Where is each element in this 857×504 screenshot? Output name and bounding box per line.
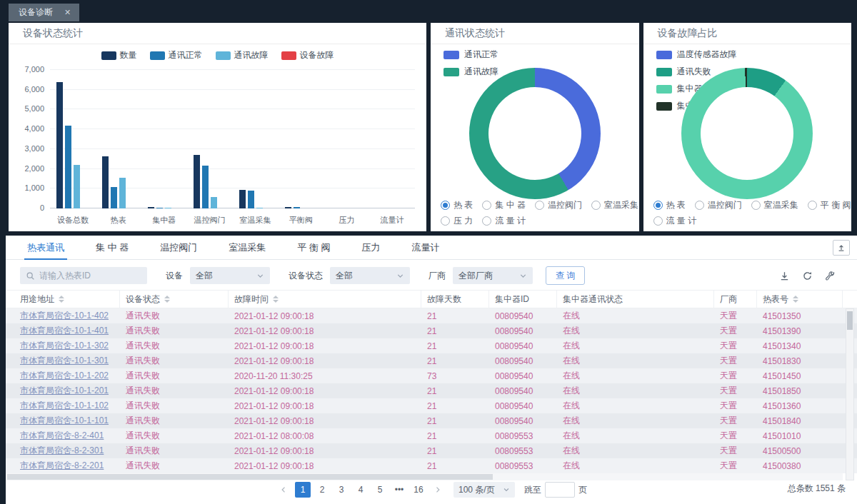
bar bbox=[148, 207, 154, 208]
bottom-tab[interactable]: 压力 bbox=[346, 236, 396, 259]
address-link[interactable]: 市体育局宿舍-8-2-301 bbox=[20, 445, 104, 455]
radio-icon[interactable] bbox=[482, 201, 491, 210]
bottom-tab[interactable]: 室温采集 bbox=[213, 236, 281, 259]
radio-option[interactable]: 平 衡 阀 bbox=[808, 199, 851, 211]
search-box[interactable] bbox=[20, 267, 147, 284]
address-link[interactable]: 市体育局宿舍-10-1-202 bbox=[20, 371, 109, 380]
bottom-tab[interactable]: 热表通讯 bbox=[11, 236, 80, 259]
horizontal-scrollbar[interactable] bbox=[6, 473, 843, 480]
cell: 市体育局宿舍-10-1-101 bbox=[6, 415, 120, 427]
table-row: 市体育局宿舍-10-1-402通讯失败2021-01-12 09:00:1821… bbox=[6, 308, 857, 323]
sort-icon[interactable] bbox=[164, 296, 170, 303]
legend-item[interactable]: 温度传感器故障 bbox=[656, 49, 737, 61]
radio-icon[interactable] bbox=[441, 201, 450, 210]
radio-option[interactable]: 压 力 bbox=[441, 215, 473, 227]
sort-icon[interactable] bbox=[59, 296, 64, 303]
search-input[interactable] bbox=[39, 271, 141, 281]
address-link[interactable]: 市体育局宿舍-10-1-302 bbox=[20, 341, 109, 351]
pagination-page[interactable]: 16 bbox=[411, 482, 426, 498]
radio-icon[interactable] bbox=[482, 216, 491, 226]
address-link[interactable]: 市体育局宿舍-10-1-201 bbox=[20, 385, 109, 395]
radio-option[interactable]: 室温采集 bbox=[751, 199, 798, 211]
legend-item[interactable]: 设备故障 bbox=[281, 49, 334, 61]
radio-option[interactable]: 温控阀门 bbox=[535, 199, 582, 211]
sort-desc-icon[interactable] bbox=[59, 300, 64, 303]
radio-icon[interactable] bbox=[653, 216, 663, 226]
address-link[interactable]: 市体育局宿舍-8-2-201 bbox=[20, 460, 104, 470]
window-tab-device-diagnosis[interactable]: 设备诊断 ✕ bbox=[9, 4, 79, 21]
jump-page-input[interactable] bbox=[545, 482, 575, 498]
scrollbar-thumb[interactable] bbox=[7, 474, 493, 480]
sort-asc-icon[interactable] bbox=[59, 296, 64, 298]
radio-option[interactable]: 热 表 bbox=[441, 199, 473, 211]
radio-option[interactable]: 室温采集 bbox=[591, 199, 638, 211]
bar bbox=[256, 208, 263, 208]
cell: 21 bbox=[421, 416, 489, 426]
radio-icon[interactable] bbox=[441, 216, 450, 226]
radio-option[interactable]: 集 中 器 bbox=[482, 199, 526, 211]
sort-desc-icon[interactable] bbox=[273, 300, 279, 303]
pagination-page[interactable]: 2 bbox=[314, 482, 330, 498]
radio-icon[interactable] bbox=[591, 201, 601, 210]
pagination-prev[interactable] bbox=[276, 482, 291, 498]
legend-item[interactable]: 数量 bbox=[101, 49, 137, 61]
address-link[interactable]: 市体育局宿舍-8-2-401 bbox=[20, 430, 104, 440]
scrollbar-thumb[interactable] bbox=[847, 311, 853, 330]
y-tick-label: 6,000 bbox=[24, 85, 44, 94]
cell: 市体育局宿舍-10-1-402 bbox=[6, 310, 120, 322]
radio-option[interactable]: 热 表 bbox=[653, 199, 686, 211]
radio-option[interactable]: 流 量 计 bbox=[482, 215, 526, 227]
radio-icon[interactable] bbox=[751, 201, 761, 210]
pagination-ellipsis[interactable]: ••• bbox=[391, 482, 407, 498]
radio-icon[interactable] bbox=[808, 201, 817, 210]
expand-button[interactable] bbox=[833, 240, 850, 256]
legend-item[interactable]: 通讯正常 bbox=[443, 49, 498, 61]
cell: 市体育局宿舍-10-1-202 bbox=[6, 370, 120, 382]
sort-desc-icon[interactable] bbox=[793, 300, 798, 303]
address-link[interactable]: 市体育局宿舍-10-1-402 bbox=[20, 311, 109, 321]
vertical-scrollbar[interactable] bbox=[846, 308, 854, 480]
bottom-tab[interactable]: 流量计 bbox=[396, 236, 455, 259]
sort-asc-icon[interactable] bbox=[164, 296, 170, 298]
address-link[interactable]: 市体育局宿舍-10-1-401 bbox=[20, 326, 109, 336]
pagination-page[interactable]: 5 bbox=[372, 482, 388, 498]
device-select[interactable]: 全部 bbox=[190, 267, 270, 284]
cell: 41500500 bbox=[757, 446, 843, 456]
cell: 21 bbox=[421, 311, 489, 321]
panel-fault-ratio: 设备故障占比 温度传感器故障通讯失败集中器掉线集中器总线故障 热 表温控阀门室温… bbox=[643, 23, 852, 231]
pagination-page[interactable]: 1 bbox=[295, 482, 311, 498]
cell: 在线 bbox=[557, 400, 714, 412]
radio-icon[interactable] bbox=[695, 201, 704, 210]
vendor-select[interactable]: 全部厂商 bbox=[453, 267, 533, 284]
bottom-tab[interactable]: 平 衡 阀 bbox=[281, 236, 346, 259]
bottom-tab[interactable]: 温控阀门 bbox=[144, 236, 213, 259]
pagination-page[interactable]: 3 bbox=[334, 482, 349, 498]
sort-desc-icon[interactable] bbox=[164, 300, 170, 303]
radio-icon[interactable] bbox=[653, 201, 663, 210]
address-link[interactable]: 市体育局宿舍-10-1-102 bbox=[20, 400, 109, 410]
address-link[interactable]: 市体育局宿舍-10-1-301 bbox=[20, 356, 109, 366]
legend-item[interactable]: 通讯故障 bbox=[443, 66, 498, 78]
query-button[interactable]: 查 询 bbox=[546, 266, 585, 285]
sort-icon[interactable] bbox=[793, 296, 798, 303]
close-icon[interactable]: ✕ bbox=[64, 8, 71, 17]
search-icon bbox=[26, 271, 35, 281]
radio-option[interactable]: 流 量 计 bbox=[653, 215, 697, 227]
sort-icon[interactable] bbox=[273, 296, 279, 303]
pagination-page[interactable]: 4 bbox=[353, 482, 369, 498]
radio-icon[interactable] bbox=[535, 201, 544, 210]
refresh-icon[interactable] bbox=[802, 271, 813, 281]
bottom-tab[interactable]: 集 中 器 bbox=[80, 236, 144, 259]
sort-asc-icon[interactable] bbox=[273, 296, 279, 298]
status-select[interactable]: 全部 bbox=[330, 267, 410, 284]
table-toolbar bbox=[779, 271, 846, 281]
pagination-next[interactable] bbox=[430, 482, 446, 498]
page-size-select[interactable]: 100 条/页 bbox=[453, 482, 515, 498]
legend-item[interactable]: 通讯故障 bbox=[216, 49, 269, 61]
radio-option[interactable]: 温控阀门 bbox=[695, 199, 742, 211]
address-link[interactable]: 市体育局宿舍-10-1-101 bbox=[20, 415, 109, 425]
download-icon[interactable] bbox=[779, 271, 790, 281]
sort-asc-icon[interactable] bbox=[793, 296, 798, 298]
legend-item[interactable]: 通讯正常 bbox=[150, 49, 203, 61]
wrench-icon[interactable] bbox=[825, 271, 836, 281]
